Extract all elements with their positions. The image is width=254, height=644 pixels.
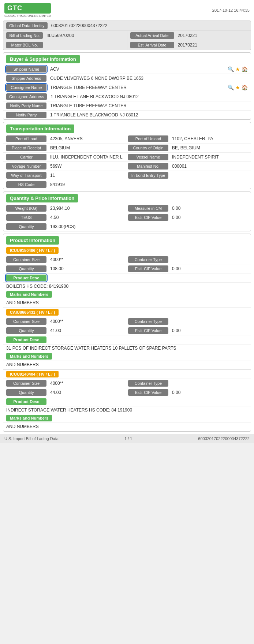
bol-row: Bill of Lading No. IILU56970200 Actual A… [3, 31, 251, 40]
home-icon[interactable]: 🏠 [242, 66, 248, 72]
container-1-size-label: Container Size [6, 256, 46, 263]
container-2-desc-label: Product Desc [6, 336, 46, 343]
measure-label: Measure in CM [128, 205, 168, 212]
container-2: CAIU8665431 ( HV / L / ) Container Size … [3, 308, 251, 369]
esti-arrival-label: Esti Arrival Date [130, 42, 174, 48]
container-3-qty-label: Quantity [6, 389, 46, 396]
notify-party-name-label: Notify Party Name [6, 103, 46, 109]
container-2-type-label: Container Type [128, 318, 168, 325]
container-2-cif-value: 0.00 [172, 328, 248, 333]
footer: U.S. Import Bill of Lading Data 1 / 1 60… [0, 434, 254, 443]
quantity-price-section: Quantity & Price Information Weight (KG)… [3, 191, 251, 231]
logo-area: GTC GLOBAL TRADE ONLINE LIMITED [4, 3, 51, 18]
mater-bol-row: Mater BOL No. Esti Arrival Date 20170221 [3, 40, 251, 50]
shipper-name-row: Shipper Name ACV 🔍 ★ 🏠 [3, 65, 251, 74]
global-data-row: Global Data Identity 6003201702220000437… [3, 21, 251, 31]
star-icon[interactable]: ★ [235, 66, 240, 72]
star-icon[interactable]: ★ [235, 85, 240, 90]
transportation-section: Transportation Information Port of Load … [3, 122, 251, 189]
container-1-type-label: Container Type [128, 256, 168, 263]
container-1-number-label: ICUU9150486 ( HV / L / ) [6, 247, 59, 254]
container-3-cif-label: Esti. CIF Value [128, 389, 168, 396]
hs-code-row: HS Code 841919 [3, 180, 251, 189]
cif-label: Esti. CIF Value [128, 214, 168, 221]
container-1-size-value: 4000** [50, 257, 126, 262]
container-1-cif-label: Esti. CIF Value [128, 265, 168, 272]
container-3-qty-value: 44.00 [50, 390, 126, 395]
logo: GTC [4, 3, 51, 14]
footer-left: U.S. Import Bill of Lading Data [4, 436, 59, 441]
consignee-address-row: Consignee Address 1 TRIANGLE LANE BLACKW… [3, 92, 251, 101]
measure-right: Measure in CM 0.00 [128, 205, 248, 212]
weight-label: Weight (KG) [6, 205, 46, 212]
container-3-desc-header-row: Product Desc [3, 397, 251, 406]
country-origin-value: BE, BELGIUM [172, 145, 248, 150]
cif-right: Esti. CIF Value 0.00 [128, 214, 248, 221]
notify-party-row: Notify Party 1 TRIANGLE LANE BLACKWOOD N… [3, 111, 251, 119]
container-1-cif-value: 0.00 [172, 266, 248, 271]
container-3-cif-right: Esti. CIF Value 0.00 [128, 389, 248, 396]
home-icon[interactable]: 🏠 [242, 85, 248, 90]
global-data-value: 60032017022200004372222 [51, 23, 248, 28]
footer-right: 60032017022200004372222 [198, 436, 250, 441]
inbond-label: In-bond Entry Type [128, 172, 168, 179]
vessel-value: INDEPENDENT SPIRIT [172, 155, 248, 160]
container-2-marks-label: Marks and Numbers [6, 353, 52, 360]
container-3: ICUU9140404 ( HV / L / ) Container Size … [3, 369, 251, 431]
container-1-size-left: Container Size 4000** [6, 256, 126, 263]
container-1-marks-label: Marks and Numbers [6, 291, 52, 298]
manifest-value: 000001 [172, 164, 248, 169]
quantity-price-title: Quantity & Price Information [6, 194, 78, 202]
measure-value: 0.00 [172, 206, 248, 211]
buyer-supplier-title: Buyer & Supplier Information [6, 55, 80, 63]
consignee-address-label: Consignee Address [6, 93, 47, 100]
place-receipt-label: Place of Receipt [6, 145, 46, 151]
transport-left: Way of Transport 11 [6, 172, 126, 179]
container-1-desc-value: BOILERS HS CODE: 84191900 [3, 283, 251, 290]
hs-code-label: HS Code [6, 181, 46, 188]
container-2-size-left: Container Size 4000** [6, 318, 126, 325]
logo-subtitle: GLOBAL TRADE ONLINE LIMITED [4, 14, 51, 18]
container-2-number-label: CAIU8665431 ( HV / L / ) [6, 309, 59, 316]
quantity-label: Quantity [6, 223, 46, 230]
port-unload-value: 1102, CHESTER, PA [172, 136, 248, 141]
container-3-number-label: ICUU9140404 ( HV / L / ) [6, 371, 59, 377]
container-2-qty-row: Quantity 41.00 Esti. CIF Value 0.00 [3, 326, 251, 335]
actual-arrival-label: Actual Arrival Date [130, 32, 174, 39]
container-3-size-row: Container Size 4000** Container Type [3, 379, 251, 388]
carrier-row: Carrier IILU, INDEPENDENT CONTAINER L Ve… [3, 153, 251, 162]
container-2-desc-value: 31 PCS OF INDIRECT STORAGE WATER HEATERS… [3, 345, 251, 352]
actual-arrival-right: Actual Arrival Date 20170221 [127, 31, 251, 40]
teus-row: TEUS 4.50 Esti. CIF Value 0.00 [3, 213, 251, 222]
hs-code-value: 841919 [50, 182, 248, 187]
notify-party-name-value: TRIANGLE TUBE FREEWAY CENTER [50, 103, 248, 108]
port-load-value: 42305, ANVERS [50, 136, 126, 141]
container-2-size-row: Container Size 4000** Container Type [3, 317, 251, 326]
product-info-section: Product Information ICUU9150486 ( HV / L… [3, 234, 251, 432]
consignee-name-label: Consignee Name [6, 84, 46, 91]
weight-left: Weight (KG) 23,984.10 [6, 205, 126, 212]
search-icon[interactable]: 🔍 [228, 85, 234, 90]
manifest-label: Manifest No. [128, 163, 168, 170]
carrier-label: Carrier [6, 154, 46, 160]
quantity-row: Quantity 193.00(PCS) [3, 222, 251, 231]
place-receipt-row: Place of Receipt BELGIUM Country of Orig… [3, 144, 251, 153]
search-icon[interactable]: 🔍 [228, 66, 234, 72]
container-3-marks-header-row: Marks and Numbers [3, 414, 251, 423]
container-3-qty-left: Quantity 44.00 [6, 389, 126, 396]
container-2-marks-header-row: Marks and Numbers [3, 352, 251, 361]
voyage-value: 569W [50, 164, 126, 169]
actual-arrival-value: 20170221 [178, 33, 248, 38]
notify-party-name-row: Notify Party Name TRIANGLE TUBE FREEWAY … [3, 101, 251, 111]
container-2-desc-header-row: Product Desc [3, 335, 251, 345]
transportation-title: Transportation Information [6, 124, 74, 133]
buyer-supplier-section: Buyer & Supplier Information Shipper Nam… [3, 52, 251, 120]
weight-row: Weight (KG) 23,984.10 Measure in CM 0.00 [3, 204, 251, 213]
carrier-left: Carrier IILU, INDEPENDENT CONTAINER L [6, 154, 126, 160]
mater-bol-left: Mater BOL No. [3, 40, 127, 50]
container-3-marks-value: AND NUMBERS [3, 423, 251, 431]
container-1-type-right: Container Type [128, 256, 248, 263]
container-3-desc-value: INDIRECT STORAGE WATER HEATERS HS CODE: … [3, 406, 251, 414]
country-origin-right: Country of Origin BE, BELGIUM [128, 145, 248, 151]
container-1-size-row: Container Size 4000** Container Type [3, 255, 251, 264]
